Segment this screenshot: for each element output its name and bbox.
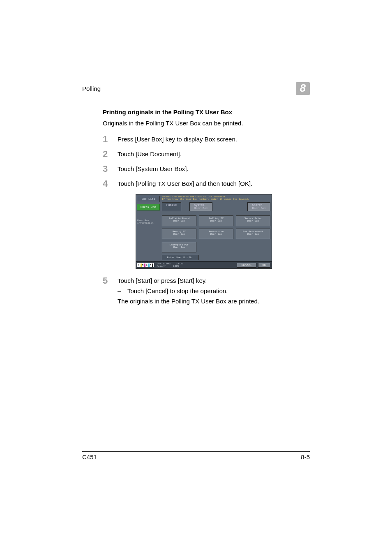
memory-rx-box[interactable]: Memory RXUser Box: [162, 229, 196, 239]
memory-label: Memory: [157, 265, 166, 268]
step-number: 5: [103, 276, 118, 285]
step-sub-bullet: – Touch [Cancel] to stop the operation.: [118, 287, 259, 294]
step-3: 3 Touch [System User Box].: [103, 164, 310, 173]
step-1: 1 Press [User Box] key to display Box sc…: [103, 135, 310, 144]
tab-public[interactable]: Public: [162, 202, 181, 211]
dash-icon: –: [118, 287, 127, 294]
fax-retransmit-box[interactable]: Fax RetransmitUser Box: [236, 229, 270, 239]
sub-text: Touch [Cancel] to stop the operation.: [127, 287, 228, 294]
chapter-badge: 8: [296, 82, 310, 95]
ok-button[interactable]: OK: [258, 263, 270, 268]
user-box-info-label: User BoxInformation: [137, 219, 160, 225]
page-number: 8-5: [301, 453, 310, 460]
step-number: 1: [103, 135, 118, 144]
step-2: 2 Touch [Use Document].: [103, 150, 310, 159]
job-list-button[interactable]: Job List: [137, 196, 160, 202]
step-4: 4 Touch [Polling TX User Box] and then t…: [103, 179, 310, 188]
page-header: Polling 8: [82, 82, 310, 96]
step-5: 5 Touch [Start] or press [Start] key. – …: [103, 276, 310, 305]
device-screenshot: Job List Check Job User BoxInformation S…: [136, 194, 272, 269]
polling-tx-box[interactable]: Polling TXUser Box: [199, 215, 233, 226]
annotation-box[interactable]: AnnotationUser Box: [199, 229, 233, 239]
step-text: Touch [System User Box].: [118, 164, 189, 172]
step-number: 2: [103, 150, 118, 159]
enter-box-no-button[interactable]: Enter User Box No.: [162, 255, 199, 260]
follow-text: The originals in the Polling TX User Box…: [118, 298, 259, 305]
box-grid: Bulletin BoardUser Box Polling TXUser Bo…: [162, 215, 270, 252]
intro-text: Originals in the Polling TX User Box can…: [103, 120, 310, 127]
step-text: Press [User Box] key to display Box scre…: [118, 135, 237, 143]
page-footer: C451 8-5: [82, 451, 310, 460]
tab-search[interactable]: SearchUser Box: [247, 202, 270, 211]
step-text: Touch [Polling TX User Box] and then tou…: [118, 179, 252, 187]
step-number: 4: [103, 179, 118, 188]
cancel-button[interactable]: Cancel: [237, 263, 256, 268]
screenshot-sidebar: Job List Check Job User BoxInformation: [136, 194, 161, 261]
encrypted-pdf-box[interactable]: Encrypted PDFUser Box: [162, 242, 196, 252]
section-heading: Printing originals in the Polling TX Use…: [103, 109, 310, 116]
toner-indicator: Y M C K: [137, 263, 154, 267]
check-job-button[interactable]: Check Job: [137, 204, 160, 210]
step-text: Touch [Start] or press [Start] key.: [118, 277, 259, 284]
step-text: Touch [Use Document].: [118, 150, 182, 157]
hint-text: Select the desired User Box to use docum…: [162, 196, 270, 201]
model-label: C451: [82, 453, 97, 460]
memory-value: 100%: [173, 265, 179, 268]
tab-system[interactable]: SystemUser Box: [189, 202, 212, 211]
tab-row: Public SystemUser Box SearchUser Box: [162, 202, 270, 211]
date-time: 04/11/2007 23:25 Memory 100%: [157, 263, 183, 268]
screenshot-footer: Y M C K 04/11/2007 23:25 Memory 100% Can…: [136, 261, 272, 268]
step-number: 3: [103, 164, 118, 173]
header-title: Polling: [82, 85, 101, 92]
secure-print-box[interactable]: Secure PrintUser Box: [236, 215, 270, 226]
bulletin-board-box[interactable]: Bulletin BoardUser Box: [162, 215, 196, 226]
